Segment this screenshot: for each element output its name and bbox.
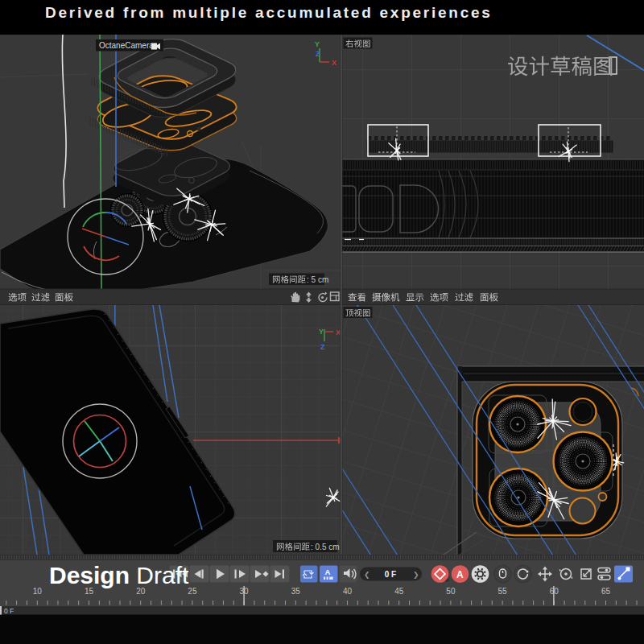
svg-text:Y: Y [315,40,320,48]
svg-text:A: A [456,569,464,580]
svg-text:Design Draft: Design Draft [49,562,189,588]
svg-text:X: X [332,59,336,67]
svg-text:45: 45 [394,587,404,596]
svg-text:50: 50 [446,587,456,596]
svg-text:OctaneCamera: OctaneCamera [99,41,154,50]
svg-text:10: 10 [33,587,43,596]
svg-text:❮: ❮ [364,571,370,580]
svg-text:20: 20 [136,587,146,596]
svg-text:Y: Y [319,328,324,336]
svg-text:0 F: 0 F [385,570,396,579]
svg-text:40: 40 [343,587,353,596]
svg-text:Z: Z [316,50,320,58]
svg-text:X: X [336,328,341,336]
svg-text:60: 60 [550,587,559,596]
svg-text:25: 25 [188,587,197,596]
svg-text:0 F: 0 F [4,607,14,615]
svg-text:35: 35 [291,587,301,596]
svg-text:: 0.5 cm: : 0.5 cm [311,543,340,551]
svg-text:65: 65 [601,587,611,596]
svg-text:A: A [325,568,331,576]
svg-text:55: 55 [498,587,508,596]
svg-text:Derived from multiple accumula: Derived from multiple accumulated experi… [45,4,493,21]
svg-text:Z: Z [320,343,325,351]
svg-text:❯: ❯ [413,571,419,580]
svg-text:15: 15 [85,587,94,596]
svg-text:: 5 cm: : 5 cm [307,275,328,284]
